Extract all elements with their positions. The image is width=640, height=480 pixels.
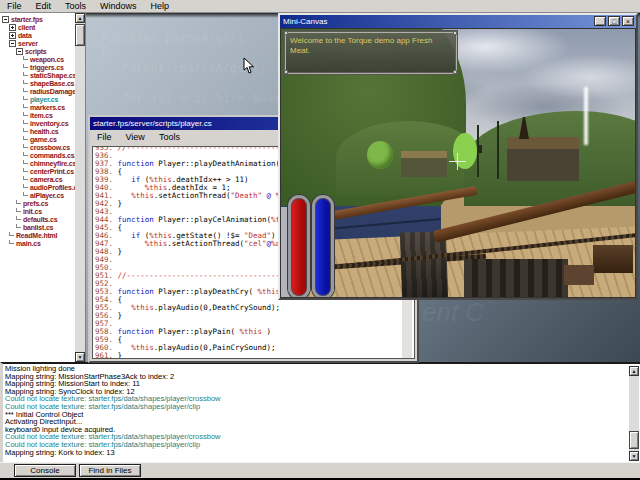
file-tree-panel: starter.fpsclientdataserverscriptsweapon… bbox=[0, 13, 86, 362]
tree-item-readme-html[interactable]: ReadMe.html bbox=[0, 231, 75, 239]
tree-item-label: starter.fps bbox=[9, 16, 43, 23]
tree-item-radiusdamage-cs[interactable]: radiusDamage.cs bbox=[0, 87, 75, 95]
console-log: Mission lighting doneMapping string: Mis… bbox=[5, 365, 627, 456]
tree-item-markers-cs[interactable]: markers.cs bbox=[0, 103, 75, 111]
scroll-down-icon[interactable]: ▼ bbox=[629, 451, 639, 461]
tree-item-staticshape-cs[interactable]: staticShape.cs bbox=[0, 71, 75, 79]
file-tree: starter.fpsclientdataserverscriptsweapon… bbox=[0, 15, 75, 247]
crossbow-metal bbox=[593, 245, 633, 273]
console-button[interactable]: Console bbox=[14, 464, 76, 477]
message-corner-icon bbox=[453, 31, 457, 35]
tree-item-camera-cs[interactable]: camera.cs bbox=[0, 175, 75, 183]
tree-item-label: staticShape.cs bbox=[28, 72, 76, 79]
find-in-files-button[interactable]: Find in Files bbox=[79, 464, 141, 477]
tree-item-label: data bbox=[16, 32, 32, 39]
tree-item-label: triggers.cs bbox=[28, 64, 64, 71]
app-menubar: FileEditToolsWindowsHelp bbox=[0, 0, 640, 13]
scroll-thumb[interactable] bbox=[75, 24, 85, 46]
tree-item-label: markers.cs bbox=[28, 104, 65, 111]
tree-item-label: camera.cs bbox=[28, 176, 62, 183]
tree-item-label: audioProfiles.cs bbox=[28, 184, 81, 191]
scroll-up-icon[interactable]: ▲ bbox=[629, 366, 639, 376]
ghost-code-fragment: ent C bbox=[422, 297, 484, 328]
close-button[interactable]: × bbox=[622, 16, 634, 26]
tree-item-shapebase-cs[interactable]: shapeBase.cs bbox=[0, 79, 75, 87]
tree-item-label: client bbox=[16, 24, 35, 31]
tree-item-label: scripts bbox=[23, 48, 47, 55]
tree-item-label: centerPrint.cs bbox=[28, 168, 74, 175]
tree-item-weapon-cs[interactable]: weapon.cs bbox=[0, 55, 75, 63]
console-scrollbar[interactable]: ▲ ▼ bbox=[629, 366, 639, 461]
game-tree bbox=[367, 141, 393, 169]
tree-item-chimneyfire-cs[interactable]: chimneyfire.cs bbox=[0, 159, 75, 167]
game-distant-figure bbox=[478, 145, 482, 153]
code-line: 956. } bbox=[95, 312, 402, 320]
menu-tools[interactable]: Tools bbox=[58, 1, 93, 11]
tree-toggle-icon[interactable] bbox=[9, 24, 16, 31]
tree-item-label: defaults.cs bbox=[21, 216, 57, 223]
tree-toggle-icon[interactable] bbox=[16, 48, 23, 55]
tree-item-data[interactable]: data bbox=[0, 31, 75, 39]
tree-toggle-icon[interactable] bbox=[9, 32, 16, 39]
tree-item-main-cs[interactable]: main.cs bbox=[0, 239, 75, 247]
torque-ide-window: FileEditToolsWindowsHelp function parseA… bbox=[0, 0, 640, 480]
tree-item-triggers-cs[interactable]: triggers.cs bbox=[0, 63, 75, 71]
tree-toggle-icon[interactable] bbox=[2, 16, 9, 23]
game-viewport[interactable]: Welcome to the Torque demo app Fresh Mea… bbox=[280, 28, 636, 298]
console-panel[interactable]: Mission lighting doneMapping string: Mis… bbox=[0, 362, 640, 462]
menu-windows[interactable]: Windows bbox=[93, 1, 144, 11]
tree-item-health-cs[interactable]: health.cs bbox=[0, 127, 75, 135]
menu-tools[interactable]: Tools bbox=[152, 132, 187, 142]
mini-canvas-window: Mini-Canvas _□× bbox=[278, 13, 638, 300]
welcome-message-box: Welcome to the Torque demo app Fresh Mea… bbox=[284, 31, 457, 74]
tree-item-inventory-cs[interactable]: inventory.cs bbox=[0, 119, 75, 127]
code-line: 960. %this.playAudio(0,PainCrySound); bbox=[95, 344, 402, 352]
tree-item-server[interactable]: server bbox=[0, 39, 75, 47]
tree-item-client[interactable]: client bbox=[0, 23, 75, 31]
scroll-thumb[interactable] bbox=[629, 431, 639, 449]
tree-item-init-cs[interactable]: init.cs bbox=[0, 207, 75, 215]
scroll-up-icon[interactable]: ▲ bbox=[75, 13, 85, 23]
tree-scrollbar[interactable]: ▲ ▼ bbox=[75, 13, 85, 362]
menu-help[interactable]: Help bbox=[144, 1, 177, 11]
tree-item-label: inventory.cs bbox=[28, 120, 68, 127]
tree-item-scripts[interactable]: scripts bbox=[0, 47, 75, 55]
log-line: Could not locate texture: starter.fps/da… bbox=[5, 403, 627, 411]
log-line: *** Initial Control Object bbox=[5, 411, 627, 419]
menu-file[interactable]: File bbox=[90, 132, 119, 142]
menu-edit[interactable]: Edit bbox=[29, 1, 59, 11]
tree-item-game-cs[interactable]: game.cs bbox=[0, 135, 75, 143]
mouse-cursor-icon bbox=[243, 57, 255, 79]
message-corner-icon bbox=[284, 70, 288, 74]
menu-view[interactable]: View bbox=[119, 132, 152, 142]
message-corner-icon bbox=[284, 31, 288, 35]
tree-item-starter-fps[interactable]: starter.fps bbox=[0, 15, 75, 23]
tree-item-player-cs[interactable]: player.cs bbox=[0, 95, 75, 103]
tree-item-label: health.cs bbox=[28, 128, 59, 135]
tree-item-audioprofiles-cs[interactable]: audioProfiles.cs bbox=[0, 183, 75, 191]
tree-item-defaults-cs[interactable]: defaults.cs bbox=[0, 215, 75, 223]
energy-gauge-blue bbox=[312, 195, 334, 298]
maximize-button[interactable]: □ bbox=[608, 16, 620, 26]
game-pole bbox=[497, 121, 499, 179]
minimize-button[interactable]: _ bbox=[594, 16, 606, 26]
tree-item-prefs-cs[interactable]: prefs.cs bbox=[0, 199, 75, 207]
crosshair-icon bbox=[449, 153, 466, 170]
menu-file[interactable]: File bbox=[0, 1, 29, 11]
scroll-thumb[interactable] bbox=[402, 358, 412, 359]
code-line: 955. %this.playAudio(0,DeathCrySound); bbox=[95, 304, 402, 312]
tree-toggle-icon[interactable] bbox=[9, 40, 16, 47]
game-light-beam bbox=[584, 87, 588, 145]
log-line: Mapping string: Kork to index: 13 bbox=[5, 449, 627, 457]
tree-item-crossbow-cs[interactable]: crossbow.cs bbox=[0, 143, 75, 151]
tree-item-aiplayer-cs[interactable]: aiPlayer.cs bbox=[0, 191, 75, 199]
tree-item-label: weapon.cs bbox=[28, 56, 64, 63]
code-line: 958. function Player::playPain( %this ) bbox=[95, 328, 402, 336]
tree-item-banlist-cs[interactable]: banlist.cs bbox=[0, 223, 75, 231]
tree-item-label: chimneyfire.cs bbox=[28, 160, 76, 167]
tree-item-item-cs[interactable]: item.cs bbox=[0, 111, 75, 119]
tree-item-centerprint-cs[interactable]: centerPrint.cs bbox=[0, 167, 75, 175]
tree-item-commands-cs[interactable]: commands.cs bbox=[0, 151, 75, 159]
mini-canvas-titlebar[interactable]: Mini-Canvas _□× bbox=[280, 15, 636, 28]
scroll-down-icon[interactable]: ▼ bbox=[75, 352, 85, 362]
